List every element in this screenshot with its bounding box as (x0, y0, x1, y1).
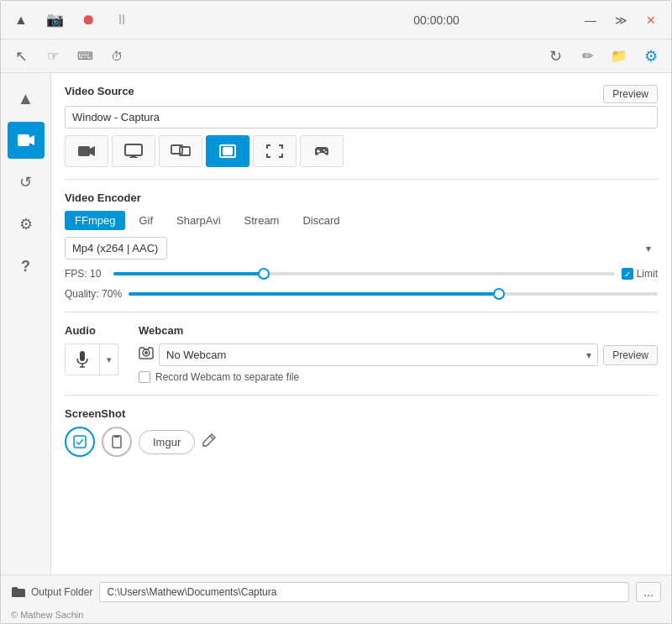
source-fullscreen-button[interactable] (253, 135, 297, 167)
source-screen2-button[interactable] (159, 135, 202, 167)
sidebar-item-home[interactable]: ▲ (8, 80, 45, 117)
codec-select[interactable]: Mp4 (x264 | AAC) (65, 237, 167, 260)
collapse-button[interactable]: ≫ (609, 8, 633, 32)
settings-icon-button[interactable]: ⚙ (639, 45, 663, 68)
divider-3 (65, 395, 658, 396)
folder-label: Output Folder (11, 586, 92, 598)
quality-slider-thumb[interactable] (493, 288, 505, 300)
tab-gif[interactable]: Gif (129, 211, 163, 230)
svg-point-19 (144, 351, 148, 354)
svg-rect-22 (114, 435, 119, 438)
tab-discard[interactable]: Discard (292, 211, 349, 230)
encoder-tabs: FFmpeg Gif SharpAvi Stream Discard (65, 211, 658, 230)
webcam-checkbox-row: Record Webcam to separate file (139, 371, 658, 383)
toolbar2: ↖ ☞ ⌨ ⏱ ↻ ✏ 📁 ⚙ (1, 39, 671, 73)
sidebar: ▲ ↺ ⚙ ? (1, 73, 51, 574)
sidebar-item-settings[interactable]: ⚙ (8, 206, 45, 243)
toolbar2-left: ↖ ☞ ⌨ ⏱ (9, 45, 543, 68)
folder-path-input[interactable] (99, 582, 629, 602)
codec-dropdown-wrapper: Mp4 (x264 | AAC) ▾ (65, 237, 658, 260)
source-icons-row (65, 135, 658, 167)
fps-slider-track[interactable] (113, 272, 615, 275)
source-region-button[interactable] (206, 135, 249, 167)
more-button[interactable]: ... (636, 582, 661, 602)
tab-ffmpeg[interactable]: FFmpeg (65, 211, 125, 230)
svg-rect-21 (113, 436, 121, 448)
toolbar2-right: ↻ ✏ 📁 ⚙ (543, 45, 663, 68)
sidebar-item-help[interactable]: ? (8, 248, 45, 285)
quality-label: Quality: 70% (65, 288, 122, 300)
video-source-preview-button[interactable]: Preview (603, 85, 658, 103)
screenshot-clipboard-button[interactable] (102, 427, 132, 457)
webcam-separate-file-checkbox[interactable] (139, 371, 150, 383)
audio-title: Audio (65, 324, 118, 337)
app-window: ▲ 📷 ⏺ ⏸ 00:00:00 — ≫ ✕ ↖ ☞ ⌨ ⏱ ↻ ✏ 📁 ⚙ (0, 0, 672, 624)
webcam-separate-file-label: Record Webcam to separate file (155, 371, 299, 383)
webcam-select[interactable]: No Webcam (159, 343, 598, 366)
screenshot-title: ScreenShot (65, 407, 658, 420)
screenshot-file-button[interactable] (65, 427, 95, 457)
svg-marker-3 (90, 146, 95, 156)
webcam-section: Webcam No Webcam (139, 324, 658, 383)
fps-slider-row: FPS: 10 ✓ Limit (65, 268, 658, 280)
footer: Output Folder ... (1, 574, 671, 608)
pencil-icon[interactable] (202, 433, 217, 451)
timer-tool-button[interactable]: ⏱ (105, 45, 129, 68)
screenshot-button[interactable]: 📷 (43, 8, 66, 32)
svg-marker-1 (29, 135, 34, 145)
fps-label: FPS: 10 (65, 268, 107, 280)
close-button[interactable]: ✕ (639, 8, 663, 32)
sidebar-item-video[interactable] (8, 122, 45, 159)
webcam-dropdown-wrapper: No Webcam ▾ (159, 343, 598, 366)
timer-display: 00:00:00 (294, 13, 579, 27)
quality-slider-track[interactable] (129, 292, 658, 296)
divider-2 (65, 312, 658, 312)
fps-limit-check[interactable]: ✓ Limit (622, 268, 658, 280)
webcam-select-row: No Webcam ▾ Preview (139, 343, 658, 366)
source-input[interactable] (65, 106, 658, 128)
audio-webcam-row: Audio ▾ (65, 324, 658, 383)
up-arrow-button[interactable]: ▲ (9, 8, 33, 32)
cursor-tool-button[interactable]: ↖ (9, 45, 33, 68)
keyboard-tool-button[interactable]: ⌨ (73, 45, 97, 68)
svg-rect-5 (131, 155, 136, 157)
title-bar: ▲ 📷 ⏺ ⏸ 00:00:00 — ≫ ✕ (1, 1, 671, 39)
audio-mic-button[interactable] (66, 344, 99, 375)
svg-point-13 (323, 149, 325, 151)
source-webcam-button[interactable] (65, 135, 108, 167)
tab-sharpavi[interactable]: SharpAvi (166, 211, 231, 230)
record-button[interactable]: ⏺ (76, 8, 100, 32)
imgur-button[interactable]: Imgur (139, 430, 195, 454)
hand-tool-button[interactable]: ☞ (41, 45, 65, 68)
content-area: Preview Video Source (51, 73, 671, 574)
svg-rect-12 (317, 151, 320, 153)
codec-dropdown-arrow: ▾ (646, 243, 651, 254)
fps-slider-thumb[interactable] (258, 268, 270, 280)
minimize-button[interactable]: — (579, 8, 602, 32)
screenshot-row: Imgur (65, 427, 658, 457)
sidebar-item-recent[interactable]: ↺ (8, 164, 45, 201)
audio-dropdown-button[interactable]: ▾ (99, 344, 118, 375)
source-gamepad-button[interactable] (300, 135, 344, 167)
tab-stream[interactable]: Stream (234, 211, 290, 230)
svg-rect-4 (125, 144, 142, 155)
divider-1 (65, 179, 658, 180)
svg-rect-20 (74, 436, 86, 448)
fps-limit-checkbox[interactable]: ✓ (622, 268, 633, 280)
svg-rect-0 (18, 134, 29, 146)
quality-slider-fill (129, 292, 499, 296)
audio-section: Audio ▾ (65, 324, 118, 375)
video-source-title: Video Source (65, 85, 658, 97)
svg-rect-6 (129, 157, 138, 158)
edit-icon-button[interactable]: ✏ (575, 45, 599, 68)
refresh-icon-button[interactable]: ↻ (543, 45, 567, 68)
fps-limit-label: Limit (637, 268, 658, 280)
main-layout: ▲ ↺ ⚙ ? Preview Video Source (1, 73, 671, 574)
webcam-preview-button[interactable]: Preview (603, 345, 658, 365)
title-bar-right: — ≫ ✕ (579, 8, 663, 32)
svg-rect-10 (223, 148, 232, 155)
pause-button[interactable]: ⏸ (110, 8, 134, 32)
source-screen1-button[interactable] (112, 135, 155, 167)
folder-icon-button[interactable]: 📁 (607, 45, 631, 68)
copyright: © Mathew Sachin (1, 608, 671, 623)
